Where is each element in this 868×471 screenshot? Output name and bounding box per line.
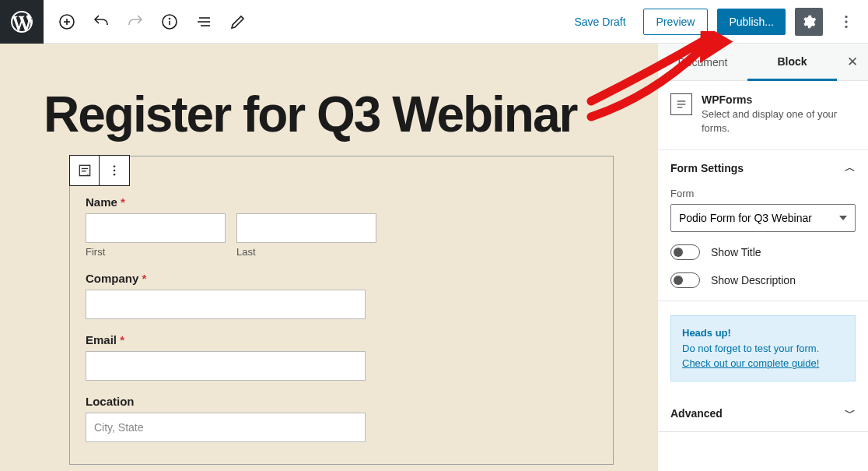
panel-advanced: Advanced ﹀ [658,395,868,432]
location-field-label: Location [86,395,597,408]
svg-point-17 [114,174,116,176]
sidebar-tabs: Document Block ✕ [658,44,868,81]
first-name-sublabel: First [86,246,226,258]
show-description-label: Show Description [711,274,796,286]
editor-canvas: Register for Q3 Webinar Name * First [0,44,658,471]
form-preview: Name * First Last Company * [69,156,614,465]
svg-point-16 [114,170,116,172]
block-more-icon[interactable] [100,156,129,185]
sidebar-close-icon[interactable]: ✕ [837,54,868,70]
settings-button[interactable] [795,8,823,36]
chevron-down-icon: ﹀ [845,406,856,420]
form-select[interactable]: Podio Form for Q3 Webinar [670,204,856,232]
panel-advanced-toggle[interactable]: Advanced ﹀ [658,395,868,431]
undo-button[interactable] [87,8,115,36]
email-field-label: Email * [86,333,597,346]
publish-button[interactable]: Publish... [717,9,786,35]
wordpress-logo[interactable] [0,0,44,44]
svg-point-11 [845,25,847,27]
svg-point-5 [170,18,170,19]
show-description-toggle[interactable] [670,272,700,288]
name-field-label: Name * [86,195,597,209]
settings-sidebar: Document Block ✕ WPForms Select and disp… [658,44,868,471]
tab-document[interactable]: Document [658,45,747,79]
guide-link[interactable]: Check out our complete guide! [682,357,819,369]
add-block-button[interactable] [53,8,81,36]
form-select-label: Form [670,188,856,199]
show-title-toggle[interactable] [670,244,700,260]
email-input[interactable] [86,351,366,381]
redo-button[interactable] [121,8,149,36]
block-type-icon[interactable] [70,156,100,185]
last-name-sublabel: Last [236,246,376,258]
info-button[interactable] [156,8,184,36]
panel-form-settings: Form Settings ︿ Form Podio Form for Q3 W… [658,150,868,301]
last-name-input[interactable] [236,213,376,243]
preview-button[interactable]: Preview [643,9,709,35]
wpforms-block[interactable]: Name * First Last Company * [44,156,614,465]
edit-mode-button[interactable] [224,8,252,36]
wpforms-icon [670,93,692,115]
outline-button[interactable] [190,8,218,36]
more-menu-button[interactable] [832,8,860,36]
first-name-input[interactable] [86,213,226,243]
top-toolbar: Save Draft Preview Publish... [0,0,868,44]
tab-block[interactable]: Block [747,44,837,81]
show-title-label: Show Title [711,246,761,258]
block-title: WPForms [702,93,856,106]
svg-point-9 [845,15,847,17]
company-input[interactable] [86,290,366,319]
block-description: Select and display one of your forms. [702,107,856,135]
page-title[interactable]: Register for Q3 Webinar [44,87,614,142]
location-input[interactable] [86,413,366,442]
chevron-up-icon: ︿ [845,161,856,175]
svg-point-10 [845,20,847,23]
block-info-header: WPForms Select and display one of your f… [658,81,868,150]
heads-up-notice: Heads up! Do not forget to test your for… [670,315,856,381]
save-draft-button[interactable]: Save Draft [566,9,633,34]
block-toolbar [69,155,130,186]
company-field-label: Company * [86,272,597,285]
svg-point-15 [114,166,116,168]
panel-form-settings-toggle[interactable]: Form Settings ︿ [658,150,868,186]
